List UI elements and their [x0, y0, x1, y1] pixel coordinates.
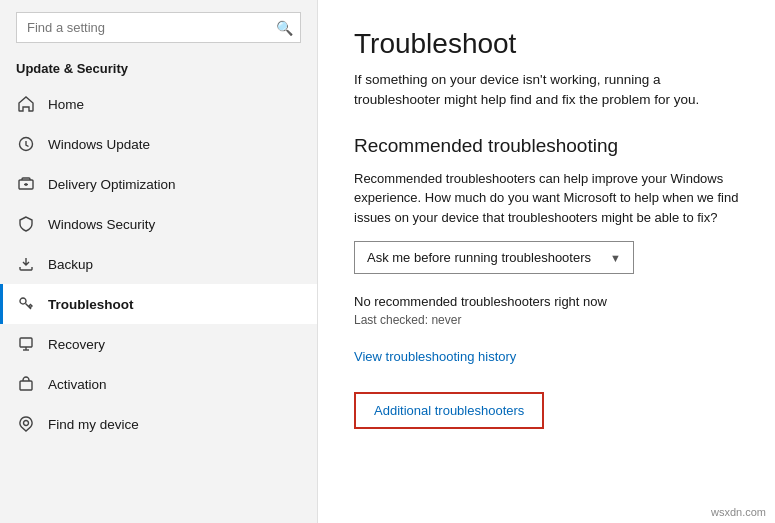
sidebar-item-find-device[interactable]: Find my device: [0, 404, 317, 444]
sidebar-item-activation[interactable]: Activation: [0, 364, 317, 404]
update-icon: [16, 134, 36, 154]
sidebar-item-troubleshoot[interactable]: Troubleshoot: [0, 284, 317, 324]
arrow-container: Additional troubleshooters: [354, 392, 739, 429]
view-history-link[interactable]: View troubleshooting history: [354, 349, 739, 364]
dropdown-value: Ask me before running troubleshooters: [367, 250, 591, 265]
sidebar-item-backup[interactable]: Backup: [0, 244, 317, 284]
watermark: wsxdn.com: [708, 505, 769, 519]
last-checked-label: Last checked: never: [354, 313, 739, 327]
sidebar-item-label-backup: Backup: [48, 257, 93, 272]
search-container: 🔍: [16, 12, 301, 43]
sidebar-item-label-security: Windows Security: [48, 217, 155, 232]
window: 🔍 Update & Security Home: [0, 0, 775, 523]
sidebar-item-label-home: Home: [48, 97, 84, 112]
section-title: Update & Security: [0, 53, 317, 84]
sidebar-item-label-recovery: Recovery: [48, 337, 105, 352]
no-troubleshooters-text: No recommended troubleshooters right now: [354, 294, 739, 309]
sidebar-item-label-find-device: Find my device: [48, 417, 139, 432]
search-icon: 🔍: [276, 20, 293, 36]
sidebar-item-delivery-optimization[interactable]: Delivery Optimization: [0, 164, 317, 204]
troubleshoot-icon: [16, 294, 36, 314]
additional-troubleshooters-button[interactable]: Additional troubleshooters: [354, 392, 544, 429]
recommended-section-title: Recommended troubleshooting: [354, 135, 739, 157]
svg-point-4: [20, 298, 26, 304]
svg-rect-8: [20, 381, 32, 390]
page-title: Troubleshoot: [354, 28, 739, 60]
sidebar-item-recovery[interactable]: Recovery: [0, 324, 317, 364]
content-area: 🔍 Update & Security Home: [0, 0, 775, 523]
activation-icon: [16, 374, 36, 394]
sidebar: 🔍 Update & Security Home: [0, 0, 318, 523]
svg-point-9: [24, 421, 29, 426]
recovery-icon: [16, 334, 36, 354]
find-device-icon: [16, 414, 36, 434]
search-input[interactable]: [16, 12, 301, 43]
delivery-icon: [16, 174, 36, 194]
sidebar-item-windows-security[interactable]: Windows Security: [0, 204, 317, 244]
backup-icon: [16, 254, 36, 274]
sidebar-item-label-activation: Activation: [48, 377, 107, 392]
svg-rect-5: [20, 338, 32, 347]
troubleshoot-dropdown[interactable]: Ask me before running troubleshooters ▼: [354, 241, 634, 274]
sidebar-item-label-troubleshoot: Troubleshoot: [48, 297, 134, 312]
recommended-section-description: Recommended troubleshooters can help imp…: [354, 169, 739, 228]
shield-icon: [16, 214, 36, 234]
sidebar-item-windows-update[interactable]: Windows Update: [0, 124, 317, 164]
main-content: Troubleshoot If something on your device…: [318, 0, 775, 523]
home-icon: [16, 94, 36, 114]
sidebar-item-label-delivery: Delivery Optimization: [48, 177, 176, 192]
page-description: If something on your device isn't workin…: [354, 70, 734, 111]
chevron-down-icon: ▼: [610, 252, 621, 264]
sidebar-item-label-windows-update: Windows Update: [48, 137, 150, 152]
sidebar-item-home[interactable]: Home: [0, 84, 317, 124]
